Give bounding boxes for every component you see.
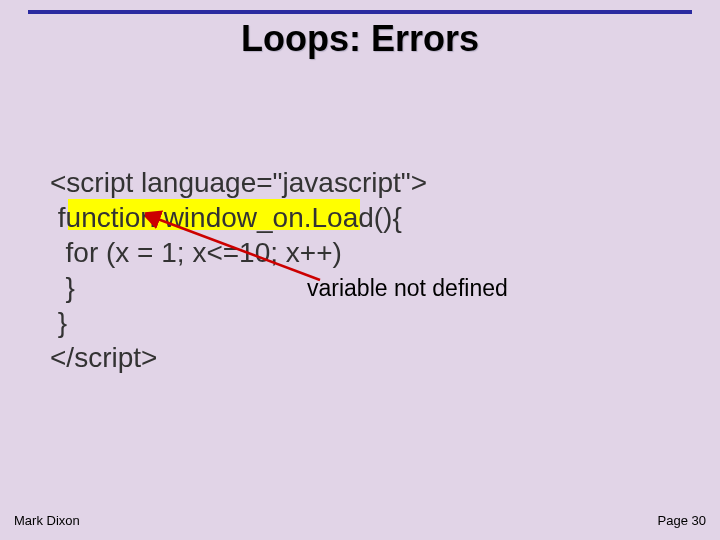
footer-page: Page 30: [658, 513, 706, 528]
error-arrow: [145, 210, 355, 290]
footer-author: Mark Dixon: [14, 513, 80, 528]
code-line-4: }: [50, 272, 75, 303]
code-line-1: <script language="javascript">: [50, 167, 427, 198]
svg-line-1: [155, 218, 320, 280]
code-line-6: </script>: [50, 342, 157, 373]
slide-title: Loops: Errors: [0, 18, 720, 60]
title-divider: [28, 10, 692, 14]
code-line-5: }: [50, 307, 67, 338]
